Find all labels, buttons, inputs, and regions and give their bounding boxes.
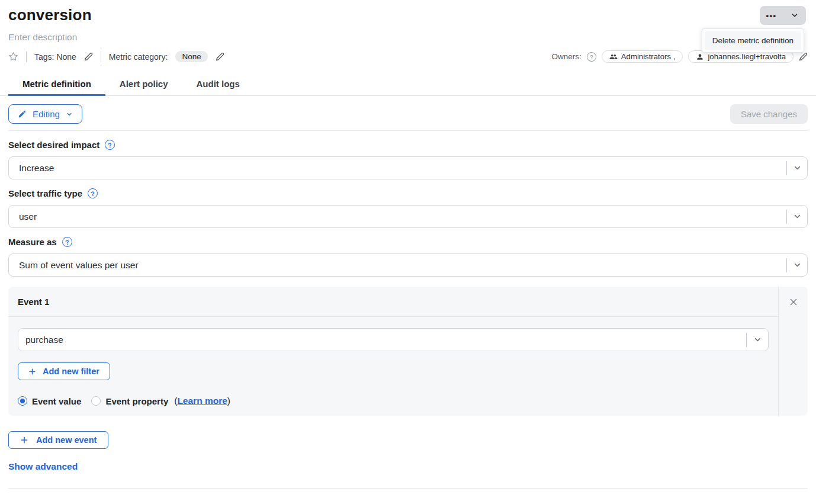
- event-property-radio[interactable]: [91, 396, 101, 406]
- add-filter-label: Add new filter: [43, 367, 99, 376]
- pencil-icon: [799, 52, 808, 61]
- tab-bar: Metric definition Alert policy Audit log…: [0, 78, 816, 96]
- owners-label: Owners:: [552, 52, 582, 61]
- more-actions-chevron-button[interactable]: [783, 6, 806, 25]
- chevron-down-icon: [747, 335, 768, 344]
- measure-select-value: Sum of event values per user: [19, 260, 139, 271]
- traffic-label-text: Select traffic type: [8, 188, 82, 198]
- event-card: Event 1 purchase Add new filter: [8, 287, 808, 416]
- learn-more-wrap: (Learn more): [174, 396, 230, 406]
- add-new-filter-button[interactable]: Add new filter: [18, 362, 110, 380]
- more-actions-button[interactable]: •••: [760, 6, 783, 25]
- metric-definition-page: conversion ••• Delete metric definition …: [0, 0, 816, 504]
- metric-category-badge[interactable]: None: [175, 51, 207, 62]
- impact-field-label: Select desired impact ?: [8, 140, 808, 150]
- event-card-body: purchase Add new filter Event value: [8, 317, 778, 406]
- owner-user-name: johannes.liegl+travolta: [708, 52, 786, 61]
- event-card-title: Event 1: [8, 287, 778, 317]
- chevron-down-icon: [787, 261, 807, 269]
- owners-help-icon[interactable]: ?: [586, 51, 597, 62]
- star-icon: [8, 52, 18, 62]
- ellipsis-icon: •••: [766, 11, 776, 20]
- divider-horizontal: [8, 130, 808, 131]
- chevron-down-icon: [787, 212, 807, 221]
- event-value-radio-label: Event value: [32, 396, 81, 406]
- tab-alert-policy[interactable]: Alert policy: [105, 78, 182, 95]
- edit-toolbar: Editing Save changes: [8, 104, 808, 124]
- divider-vertical: [26, 52, 27, 62]
- radio-group-event-value: Event value: [18, 396, 81, 406]
- editing-mode-button[interactable]: Editing: [8, 104, 82, 124]
- traffic-select[interactable]: user: [8, 205, 808, 228]
- pencil-icon: [216, 52, 224, 61]
- chevron-down-icon: [787, 163, 807, 172]
- impact-help-icon[interactable]: ?: [104, 139, 115, 150]
- menu-item-delete-metric[interactable]: Delete metric definition: [705, 31, 801, 50]
- remove-event-button[interactable]: [788, 297, 799, 307]
- traffic-select-value: user: [19, 211, 37, 222]
- meta-left: Tags: None Metric category: None: [8, 51, 224, 62]
- add-new-event-button[interactable]: Add new event: [8, 431, 108, 449]
- measure-label-text: Measure as: [8, 237, 57, 247]
- metric-category-label: Metric category:: [109, 52, 168, 62]
- event-name-value: purchase: [25, 335, 63, 345]
- show-advanced-link[interactable]: Show advanced: [8, 461, 78, 472]
- person-icon: [696, 53, 704, 61]
- editing-label: Editing: [33, 109, 60, 119]
- meta-row: Tags: None Metric category: None Owners:…: [8, 50, 808, 63]
- plus-icon: [20, 436, 28, 444]
- tab-metric-definition[interactable]: Metric definition: [8, 78, 105, 95]
- chevron-down-icon: [791, 11, 799, 20]
- event-card-rail: [779, 287, 808, 416]
- save-changes-button[interactable]: Save changes: [730, 104, 808, 124]
- learn-more-suffix: ): [227, 396, 230, 406]
- traffic-help-icon[interactable]: ?: [87, 188, 98, 199]
- divider-horizontal: [8, 488, 808, 489]
- divider-vertical: [101, 52, 101, 62]
- pencil-icon: [84, 52, 93, 61]
- add-event-label: Add new event: [36, 435, 97, 445]
- page-title: conversion: [8, 6, 808, 24]
- measure-help-icon[interactable]: ?: [62, 236, 73, 248]
- tags-label: Tags: None: [34, 52, 76, 62]
- event-card-main: Event 1 purchase Add new filter: [8, 287, 779, 416]
- tab-audit-logs[interactable]: Audit logs: [182, 78, 254, 95]
- page-header: conversion ••• Delete metric definition: [8, 0, 808, 24]
- radio-group-event-property: Event property: [91, 396, 168, 406]
- impact-select[interactable]: Increase: [8, 156, 808, 179]
- group-icon: [609, 53, 618, 61]
- chevron-down-icon: [66, 111, 73, 118]
- edit-category-button[interactable]: [216, 52, 224, 61]
- description-placeholder[interactable]: Enter description: [8, 32, 808, 43]
- edit-owners-button[interactable]: [799, 52, 808, 61]
- measure-select[interactable]: Sum of event values per user: [8, 253, 808, 277]
- event-name-select[interactable]: purchase: [18, 328, 769, 351]
- owner-group-name: Administrators ,: [621, 52, 676, 61]
- more-actions-split-button: •••: [760, 6, 806, 25]
- measure-field-label: Measure as ?: [8, 237, 808, 247]
- traffic-field-label: Select traffic type ?: [8, 188, 808, 198]
- edit-tags-button[interactable]: [84, 52, 93, 61]
- measure-mode-radio-row: Event value Event property (Learn more): [18, 396, 769, 406]
- owner-pill-group[interactable]: Administrators ,: [602, 50, 683, 63]
- event-value-radio[interactable]: [18, 396, 27, 406]
- event-property-radio-label: Event property: [105, 396, 168, 406]
- impact-label-text: Select desired impact: [8, 140, 99, 150]
- more-actions-menu: Delete metric definition: [702, 28, 804, 53]
- plus-icon: [28, 368, 36, 375]
- learn-more-link[interactable]: Learn more: [177, 396, 227, 406]
- pencil-icon: [18, 110, 27, 118]
- impact-select-value: Increase: [19, 163, 54, 174]
- favorite-star-button[interactable]: [8, 52, 18, 62]
